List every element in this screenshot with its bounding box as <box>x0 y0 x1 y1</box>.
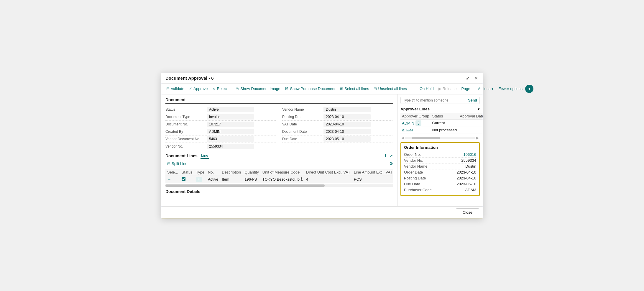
page-button[interactable]: Page <box>459 85 472 92</box>
show-document-image-button[interactable]: 🖹 Show Document Image <box>233 85 282 92</box>
fewer-options-button[interactable]: Fewer options <box>496 85 525 92</box>
send-button[interactable]: Send <box>468 98 477 102</box>
order-field-value: 2559334 <box>461 158 476 163</box>
order-information-box: Order Information Order No.106016Vendor … <box>400 142 480 196</box>
tab-line[interactable]: Line <box>201 153 209 159</box>
order-field-label: Vendor Name <box>404 164 428 169</box>
order-info-title: Order Information <box>404 145 476 150</box>
form-value: 2023-05-10 <box>323 136 371 142</box>
row-status: Active <box>206 176 220 183</box>
toolbar: ⊞ Validate ✓ Approve ✕ Reject 🖹 Show Doc… <box>161 84 483 94</box>
row-unit-of-measure: PCS <box>352 176 393 183</box>
approver-table: Approver GroupStatusApproval Date ADMIN⋮… <box>400 113 483 133</box>
col-header-3: No. <box>206 169 220 176</box>
document-image-icon: 🖹 <box>235 86 239 91</box>
form-value: 2023-04-10 <box>323 122 371 127</box>
validate-icon: ⊞ <box>166 86 170 91</box>
release-button[interactable]: ▶ Release <box>436 85 459 92</box>
form-label: Vendor Document No. <box>165 137 207 141</box>
purchase-document-icon: 🖹 <box>285 86 289 91</box>
document-section-title: Document <box>165 97 393 104</box>
approver-col-header-2: Approval Date <box>458 113 483 120</box>
form-label: Created By <box>165 130 207 134</box>
approver-col-header-0: Approver Group <box>400 113 431 120</box>
form-row-right-4: Due Date2023-05-10 <box>282 135 393 143</box>
order-info-row-2: Vendor NameDustin <box>404 164 476 169</box>
scroll-left-button[interactable]: ◀ <box>400 136 405 140</box>
form-value: 107217 <box>207 122 254 127</box>
split-line-button[interactable]: ⊞ Split Line <box>165 161 189 166</box>
form-label: VAT Date <box>282 122 323 126</box>
order-info-row-5: Due Date2023-05-10 <box>404 181 476 187</box>
mention-input[interactable] <box>403 98 468 102</box>
document-details-title: Document Details <box>165 189 393 194</box>
form-label: Vendor Name <box>282 107 323 112</box>
form-right-column: Vendor NameDustinPosting Date2023-04-10V… <box>282 106 393 150</box>
approve-button[interactable]: ✓ Approve <box>187 85 210 92</box>
document-lines-table: Sele...StatusTypeNo.DescriptionQuantityU… <box>165 169 393 183</box>
approver-group: ADAM <box>400 127 431 133</box>
split-icon: ⊞ <box>167 161 170 166</box>
select-all-icon: ⊞ <box>340 86 343 91</box>
reject-button[interactable]: ✕ Reject <box>210 85 230 92</box>
row-type: Item <box>220 176 243 183</box>
row-kebab-btn[interactable]: ⋮ <box>196 177 202 182</box>
restore-button[interactable]: ⤢ <box>464 75 471 81</box>
select-all-lines-button[interactable]: ⊞ Select all lines <box>338 85 371 92</box>
approver-scrollbar[interactable]: ◀ ▶ <box>400 136 480 140</box>
form-label: Document No. <box>165 122 207 126</box>
form-label: Posting Date <box>282 115 323 119</box>
form-row-left-2: Document No.107217 <box>165 121 276 128</box>
horizontal-scrollbar[interactable] <box>165 184 393 187</box>
approver-date <box>458 119 483 127</box>
scroll-right-button[interactable]: ▶ <box>475 136 480 140</box>
order-field-value[interactable]: 106016 <box>464 152 476 157</box>
form-value: 2023-04-10 <box>323 129 371 134</box>
row-arrow-btn[interactable]: → <box>167 177 171 182</box>
lines-settings-icon-btn[interactable]: ⚙ <box>389 161 393 166</box>
approver-header-row: Approver GroupStatusApproval Date <box>400 113 483 120</box>
form-label: Status <box>165 107 207 112</box>
order-field-label: Due Date <box>404 182 420 186</box>
actions-button[interactable]: Actions ▾ <box>476 85 496 92</box>
toolbar-right: ● <box>525 85 533 93</box>
col-header-2: Type <box>194 169 206 176</box>
order-field-value: ADAM <box>465 188 476 192</box>
show-purchase-document-button[interactable]: 🖹 Show Purchase Document <box>283 85 337 92</box>
order-info-row-4: Posting Date2023-04-10 <box>404 175 476 181</box>
release-icon: ▶ <box>438 86 441 91</box>
validate-button[interactable]: ⊞ Validate <box>164 85 186 92</box>
form-row-left-1: Document TypeInvoice <box>165 113 276 121</box>
approver-group-link[interactable]: ADMIN <box>402 121 414 125</box>
unselect-all-lines-button[interactable]: ⊞ Unselect all lines <box>372 85 409 92</box>
footer: Close <box>161 206 483 218</box>
approver-status: Not processed <box>431 127 459 133</box>
form-row-left-4: Vendor Document No.5463 <box>165 135 276 143</box>
approve-icon: ✓ <box>189 86 192 91</box>
approver-kebab-btn[interactable]: ⋮ <box>415 120 421 126</box>
actions-chevron-icon: ▾ <box>492 86 494 91</box>
approver-date <box>458 127 483 133</box>
col-header-1: Status <box>180 169 194 176</box>
form-left-column: StatusActiveDocument TypeInvoiceDocument… <box>165 106 276 150</box>
on-hold-button[interactable]: ⏸ On Hold <box>413 85 436 92</box>
approver-group-link[interactable]: ADAM <box>402 128 413 132</box>
row-select-checkbox[interactable] <box>182 177 185 181</box>
approver-lines-header: Approver Lines ▾ <box>400 107 480 111</box>
approver-row: ADMIN⋮ Current <box>400 119 483 127</box>
approver-col-header-1: Status <box>431 113 459 120</box>
split-line-bar: ⊞ Split Line ⚙ <box>165 160 393 168</box>
close-button[interactable]: ✕ <box>473 75 480 81</box>
expand-icon-btn[interactable]: ⤢ <box>389 153 393 158</box>
table-row: →⋮ActiveItem1964-STOKYO Besöksstol, blå4… <box>165 176 393 183</box>
document-lines-title: Document Lines <box>165 153 198 158</box>
order-field-value: 2023-05-10 <box>457 182 477 186</box>
order-field-value: Dustin <box>465 164 476 169</box>
share-icon-btn[interactable]: ⬆ <box>384 153 387 158</box>
order-info-row-1: Vendor No.2559334 <box>404 158 476 164</box>
close-button-footer[interactable]: Close <box>456 208 479 216</box>
document-lines-header: Document Lines Line ⬆ ⤢ <box>165 153 393 159</box>
scrollbar-thumb <box>165 184 325 187</box>
main-panel: Document StatusActiveDocument TypeInvoic… <box>161 94 397 206</box>
notification-button[interactable]: ● <box>525 85 533 93</box>
